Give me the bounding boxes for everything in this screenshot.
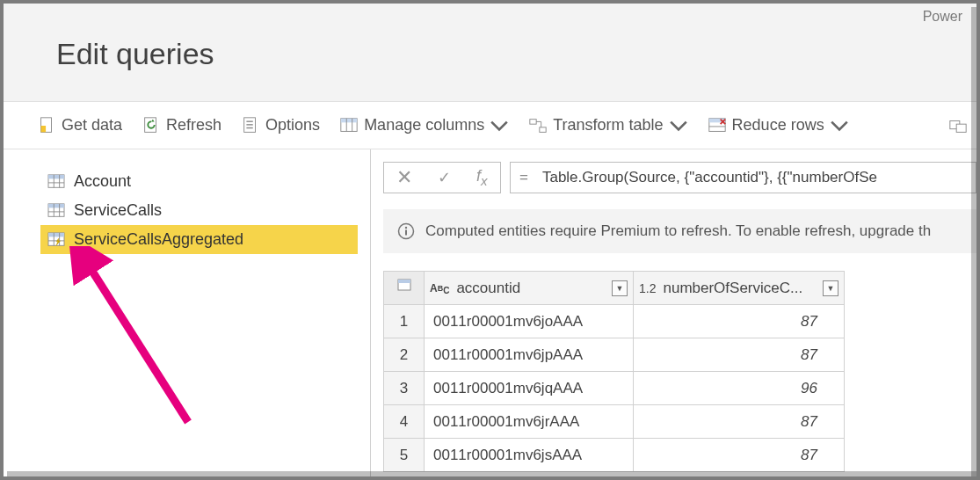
page-title: Edit queries bbox=[56, 37, 214, 71]
commit-icon[interactable]: ✓ bbox=[438, 168, 451, 187]
app-label: Power bbox=[923, 9, 962, 25]
query-item[interactable]: ServiceCallsAggregated bbox=[40, 225, 358, 254]
row-index[interactable]: 3 bbox=[384, 372, 425, 405]
premium-notice: Computed entities require Premium to ref… bbox=[383, 209, 976, 253]
transform-table-button[interactable]: Transform table bbox=[528, 116, 687, 135]
table-row[interactable]: 30011r00001mv6jqAAA96 bbox=[384, 372, 845, 405]
table-row[interactable]: 40011r00001mv6jrAAA87 bbox=[384, 405, 845, 439]
svg-rect-38 bbox=[405, 230, 407, 236]
cell[interactable]: 0011r00001mv6jrAAA bbox=[425, 405, 634, 439]
query-name: Account bbox=[74, 172, 131, 191]
query-item[interactable]: Account bbox=[40, 167, 358, 196]
svg-rect-31 bbox=[48, 232, 64, 236]
table-icon bbox=[47, 232, 65, 248]
column-name: numberOfServiceC... bbox=[663, 280, 802, 297]
number-type-icon: 1.2 bbox=[639, 281, 656, 295]
query-item[interactable]: ServiceCalls bbox=[40, 196, 358, 225]
row-index[interactable]: 2 bbox=[384, 338, 425, 372]
callout-arrow bbox=[56, 246, 232, 440]
svg-rect-4 bbox=[246, 120, 252, 121]
chevron-down-icon bbox=[830, 116, 849, 135]
queries-pane: AccountServiceCallsServiceCallsAggregate… bbox=[4, 149, 371, 476]
reduce-rows-button[interactable]: Reduce rows bbox=[708, 116, 849, 135]
table-corner[interactable] bbox=[384, 272, 425, 305]
svg-rect-12 bbox=[540, 127, 546, 132]
svg-point-37 bbox=[405, 227, 407, 229]
notice-text: Computed entities require Premium to ref… bbox=[425, 222, 931, 240]
options-button[interactable]: Options bbox=[241, 116, 320, 135]
cell[interactable]: 0011r00001mv6joAAA bbox=[425, 305, 634, 338]
svg-rect-19 bbox=[956, 124, 966, 132]
formula-bar[interactable]: = Table.Group(Source, {"accountid"}, {{"… bbox=[510, 162, 976, 193]
cell[interactable]: 0011r00001mv6jqAAA bbox=[425, 372, 634, 405]
merge-icon bbox=[948, 116, 968, 135]
refresh-icon bbox=[142, 116, 161, 135]
formula-text: Table.Group(Source, {"accountid"}, {{"nu… bbox=[542, 169, 877, 186]
info-icon bbox=[397, 222, 415, 240]
column-header[interactable]: 1.2numberOfServiceC...▼ bbox=[634, 272, 845, 305]
svg-rect-6 bbox=[246, 127, 252, 127]
svg-rect-5 bbox=[246, 124, 252, 125]
cell[interactable]: 0011r00001mv6jsAAA bbox=[425, 439, 634, 472]
get-data-button[interactable]: Get data bbox=[37, 116, 122, 135]
column-filter-button[interactable]: ▼ bbox=[823, 280, 838, 296]
page-icon bbox=[37, 116, 56, 135]
cell[interactable]: 96 bbox=[634, 372, 845, 405]
refresh-label: Refresh bbox=[166, 116, 221, 135]
svg-rect-26 bbox=[48, 203, 64, 207]
toolbar: Get data Refresh Options Manage columns … bbox=[4, 102, 976, 149]
more-button[interactable] bbox=[948, 116, 968, 135]
text-type-icon: ABC bbox=[430, 282, 449, 295]
svg-rect-1 bbox=[41, 126, 47, 132]
svg-rect-11 bbox=[530, 119, 536, 124]
cell[interactable]: 87 bbox=[634, 305, 845, 338]
svg-rect-21 bbox=[48, 174, 64, 178]
fx-icon[interactable]: fx bbox=[476, 167, 488, 188]
svg-rect-8 bbox=[341, 118, 357, 122]
column-header[interactable]: ABCaccountid▼ bbox=[425, 272, 634, 305]
reduce-rows-label: Reduce rows bbox=[732, 116, 824, 135]
table-row[interactable]: 20011r00001mv6jpAAA87 bbox=[384, 338, 845, 372]
cell[interactable]: 87 bbox=[634, 439, 845, 472]
table-icon bbox=[47, 174, 65, 190]
column-filter-button[interactable]: ▼ bbox=[612, 280, 628, 296]
options-label: Options bbox=[265, 116, 320, 135]
query-name: ServiceCalls bbox=[74, 201, 162, 220]
cell[interactable]: 87 bbox=[634, 338, 845, 372]
columns-icon bbox=[339, 116, 359, 135]
cancel-icon[interactable]: ✕ bbox=[396, 166, 412, 189]
row-index[interactable]: 5 bbox=[384, 439, 425, 472]
cell[interactable]: 0011r00001mv6jpAAA bbox=[425, 338, 634, 372]
row-index[interactable]: 1 bbox=[384, 305, 425, 338]
svg-line-35 bbox=[81, 253, 188, 422]
svg-rect-40 bbox=[398, 280, 410, 283]
transform-icon bbox=[528, 116, 548, 135]
formula-controls: ✕ ✓ fx bbox=[383, 162, 501, 193]
data-table: ABCaccountid▼1.2numberOfServiceC...▼ 100… bbox=[383, 271, 845, 472]
transform-table-label: Transform table bbox=[553, 116, 663, 135]
column-name: accountid bbox=[456, 280, 520, 297]
table-row[interactable]: 50011r00001mv6jsAAA87 bbox=[384, 439, 845, 472]
reduce-rows-icon bbox=[708, 116, 727, 135]
manage-columns-button[interactable]: Manage columns bbox=[339, 116, 509, 135]
options-icon bbox=[241, 116, 260, 135]
table-row[interactable]: 10011r00001mv6joAAA87 bbox=[384, 305, 845, 338]
query-name: ServiceCallsAggregated bbox=[74, 230, 243, 249]
chevron-down-icon bbox=[669, 116, 688, 135]
chevron-down-icon bbox=[490, 116, 509, 135]
cell[interactable]: 87 bbox=[634, 405, 845, 439]
get-data-label: Get data bbox=[62, 116, 122, 135]
refresh-button[interactable]: Refresh bbox=[142, 116, 221, 135]
row-index[interactable]: 4 bbox=[384, 405, 425, 439]
svg-rect-2 bbox=[145, 117, 156, 132]
manage-columns-label: Manage columns bbox=[364, 116, 484, 135]
table-icon bbox=[47, 203, 65, 219]
